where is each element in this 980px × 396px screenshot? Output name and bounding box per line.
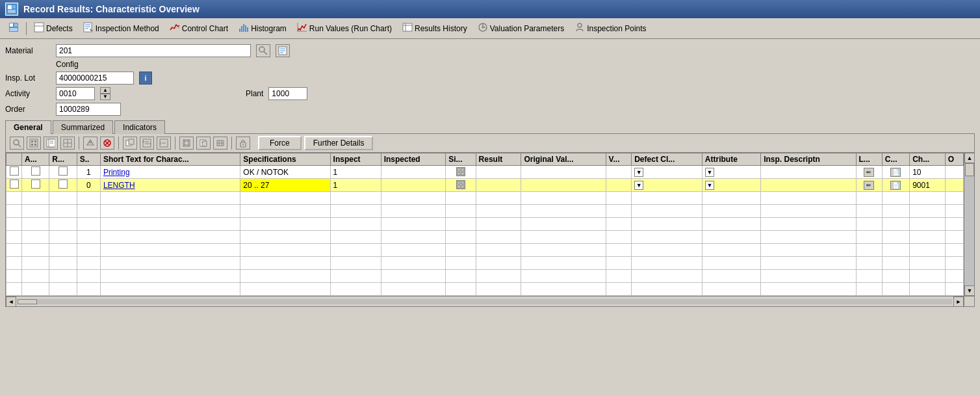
col-header-defectcl: Defect Cl... [632, 153, 703, 166]
svg-line-33 [264, 51, 267, 55]
activity-input[interactable] [56, 87, 95, 100]
further-details-button[interactable]: Further Details [304, 136, 374, 150]
col-a-checkbox[interactable] [31, 179, 40, 189]
row-selector[interactable] [10, 179, 19, 189]
svg-rect-18 [241, 26, 242, 32]
activity-label: Activity [5, 89, 51, 98]
tbl-btn-2[interactable] [27, 137, 41, 150]
shorttext-link[interactable]: Printing [103, 168, 130, 177]
toolbar-histogram-btn[interactable]: Histogram [234, 20, 291, 36]
toolbar-results-history-btn[interactable]: Results History [398, 20, 472, 36]
svg-rect-17 [239, 29, 240, 32]
tab-summarized[interactable]: Summarized [53, 120, 113, 134]
order-input[interactable] [56, 103, 121, 116]
table-row: 0LENGTH20 .. 271▼▼✏📄9001 [6, 179, 964, 192]
toolbar-run-values-btn[interactable]: Run Values (Run Chart) [292, 20, 396, 36]
defects-icon [34, 22, 44, 34]
activity-up-btn[interactable]: ▲ [100, 87, 110, 94]
row-selector[interactable] [10, 166, 19, 176]
toolbar-control-chart-btn[interactable]: Control Chart [165, 20, 233, 36]
material-label: Material [5, 46, 51, 55]
inspection-points-label: Inspection Points [587, 24, 646, 33]
material-detail-btn[interactable] [276, 44, 290, 57]
svg-rect-84 [461, 181, 464, 184]
col-header-origval: Original Val... [521, 153, 606, 166]
tbl-btn-1[interactable] [10, 137, 24, 150]
toolbar-defects-btn[interactable]: Defects [29, 20, 77, 36]
col-header-result: Result [476, 153, 521, 166]
valuation-params-label: Valuation Parameters [490, 24, 565, 33]
material-search-btn[interactable] [256, 44, 270, 57]
activity-down-btn[interactable]: ▼ [100, 94, 110, 100]
scroll-track-h[interactable] [18, 299, 952, 304]
tbl-btn-4[interactable] [60, 137, 75, 150]
defect-cl-dropdown[interactable]: ▼ [634, 181, 643, 190]
tab-general[interactable]: General [5, 120, 51, 134]
order-row: Order [5, 103, 975, 116]
bottom-scrollbar[interactable]: ◄ ► [6, 296, 964, 306]
toolbar-inspection-method-btn[interactable]: Inspection Method [79, 20, 164, 36]
scroll-right-btn[interactable]: ► [953, 297, 964, 307]
svg-rect-82 [461, 172, 464, 175]
toolbar-inspection-points-btn[interactable]: Inspection Points [570, 20, 651, 36]
svg-rect-42 [34, 140, 36, 142]
svg-rect-5 [10, 23, 13, 27]
table-row-empty [6, 205, 964, 218]
scroll-down-btn[interactable]: ▼ [964, 285, 974, 296]
force-button[interactable]: Force [258, 136, 302, 150]
scroll-track-v[interactable] [964, 163, 974, 285]
l-edit-icon[interactable]: ✏ [864, 168, 874, 177]
svg-rect-81 [458, 172, 460, 175]
material-input[interactable] [56, 44, 251, 57]
c-doc-icon[interactable]: 📄 [890, 168, 901, 177]
shorttext-link[interactable]: LENGTH [103, 181, 135, 190]
col-header-inspected: Inspected [381, 153, 445, 166]
si-grid-icon[interactable] [456, 180, 465, 189]
plant-input[interactable] [268, 87, 307, 100]
tbl-btn-8[interactable] [140, 137, 154, 150]
si-grid-icon[interactable] [456, 167, 465, 176]
tbl-btn-5[interactable] [83, 137, 97, 150]
svg-rect-58 [129, 139, 134, 144]
tbl-sep-3 [175, 137, 175, 150]
tbl-btn-3[interactable] [44, 137, 58, 150]
tbl-btn-6[interactable] [100, 137, 114, 150]
tabs-container: General Summarized Indicators [5, 120, 975, 133]
scroll-up-btn[interactable]: ▲ [964, 153, 974, 163]
tbl-btn-9[interactable] [157, 137, 171, 150]
col-a-checkbox[interactable] [31, 166, 40, 176]
table-container: Force Further Details A... R... S.. Shor… [5, 133, 975, 307]
main-toolbar: Defects Inspection Method Control Chart [0, 18, 980, 39]
col-header-si: Si... [446, 153, 476, 166]
attribute-dropdown[interactable]: ▼ [705, 168, 714, 177]
col-r-checkbox[interactable] [58, 166, 68, 176]
col-r-checkbox[interactable] [58, 179, 68, 189]
attribute-dropdown[interactable]: ▼ [705, 181, 714, 190]
toolbar-btn-app[interactable] [4, 20, 23, 36]
insp-lot-info-btn[interactable]: i [139, 72, 152, 85]
table-header-row: A... R... S.. Short Text for Charac... S… [6, 153, 964, 166]
l-edit-icon[interactable]: ✏ [864, 181, 874, 190]
table-row-empty [6, 231, 964, 244]
run-values-icon [297, 22, 307, 34]
tab-indicators[interactable]: Indicators [114, 120, 165, 134]
toolbar-valuation-params-btn[interactable]: Valuation Parameters [473, 20, 569, 36]
col-header-o: O [945, 153, 963, 166]
scroll-left-btn[interactable]: ◄ [6, 297, 16, 307]
tbl-btn-7[interactable] [123, 137, 137, 150]
c-doc-icon[interactable]: 📄 [890, 181, 901, 190]
tbl-btn-10[interactable] [179, 137, 194, 150]
defect-cl-dropdown[interactable]: ▼ [634, 168, 643, 177]
tbl-btn-11[interactable] [196, 137, 211, 150]
app-icon [5, 3, 18, 16]
table-row-empty [6, 283, 964, 296]
svg-point-38 [14, 140, 19, 145]
svg-point-30 [482, 27, 484, 29]
scroll-thumb-h[interactable] [18, 299, 37, 304]
insp-lot-input[interactable] [56, 72, 134, 85]
col-header-r: R... [49, 153, 77, 166]
tbl-btn-lock[interactable] [236, 137, 250, 150]
scroll-thumb-v[interactable] [965, 163, 974, 176]
results-history-icon [402, 22, 413, 34]
tbl-btn-12[interactable] [213, 137, 227, 150]
